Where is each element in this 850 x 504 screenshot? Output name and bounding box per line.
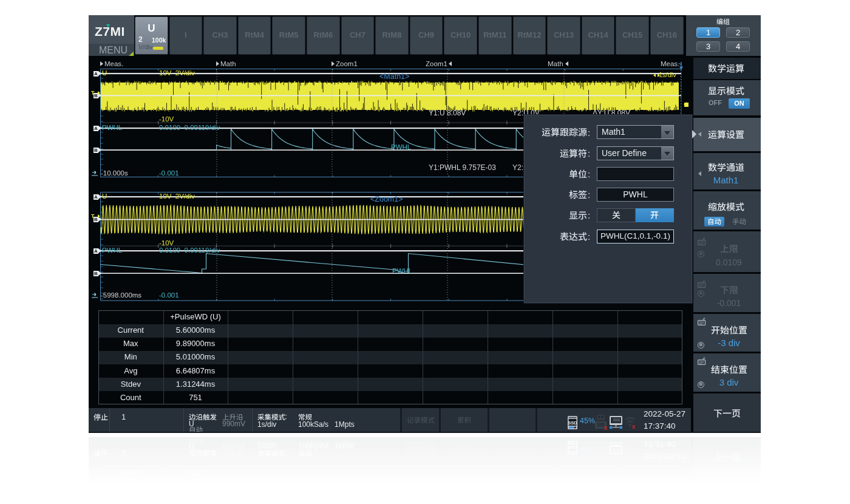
svg-text:x: x <box>604 424 608 431</box>
svg-text:x: x <box>632 423 635 430</box>
svg-text:SSD: SSD <box>568 420 577 426</box>
